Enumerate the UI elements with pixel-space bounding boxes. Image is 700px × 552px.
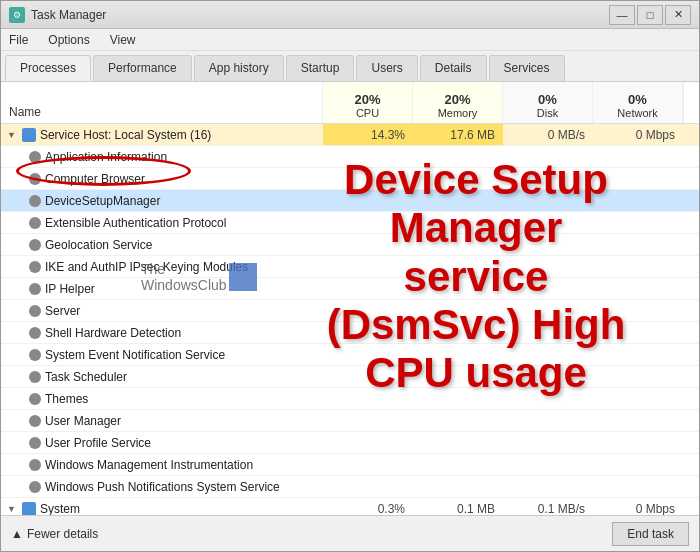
table-row[interactable]: Application Information (1, 146, 699, 168)
cell-spacer (683, 124, 699, 145)
header-name[interactable]: Name (1, 82, 323, 123)
tab-users[interactable]: Users (356, 55, 417, 81)
service-icon (22, 128, 36, 142)
table-row[interactable]: Windows Management Instrumentation (1, 454, 699, 476)
row-name-text: Application Information (45, 150, 167, 164)
row-name-text: Shell Hardware Detection (45, 326, 181, 340)
gear-icon (29, 415, 41, 427)
table-row[interactable]: Themes (1, 388, 699, 410)
cell-memory (413, 454, 503, 475)
table-row[interactable]: User Manager (1, 410, 699, 432)
minimize-button[interactable]: — (609, 5, 635, 25)
cell-disk (503, 476, 593, 497)
cell-disk (503, 190, 593, 211)
cell-spacer (683, 388, 699, 409)
table-row[interactable]: Geolocation Service (1, 234, 699, 256)
close-button[interactable]: ✕ (665, 5, 691, 25)
cell-spacer (683, 278, 699, 299)
row-name-text: System Event Notification Service (45, 348, 225, 362)
table-row[interactable]: Extensible Authentication Protocol (1, 212, 699, 234)
tab-processes[interactable]: Processes (5, 55, 91, 81)
tab-performance[interactable]: Performance (93, 55, 192, 81)
cell-spacer (683, 454, 699, 475)
table-row[interactable]: Computer Browser (1, 168, 699, 190)
cell-memory (413, 278, 503, 299)
header-memory[interactable]: 20% Memory (413, 82, 503, 123)
cell-cpu (323, 146, 413, 167)
cell-memory: 0.1 MB (413, 498, 503, 515)
maximize-button[interactable]: □ (637, 5, 663, 25)
cell-network (593, 410, 683, 431)
tab-startup[interactable]: Startup (286, 55, 355, 81)
table-row[interactable]: IP Helper (1, 278, 699, 300)
cell-memory (413, 300, 503, 321)
cell-disk (503, 454, 593, 475)
cell-disk (503, 432, 593, 453)
gear-icon (29, 217, 41, 229)
cell-spacer (683, 432, 699, 453)
row-name-text: Extensible Authentication Protocol (45, 216, 226, 230)
cell-disk (503, 366, 593, 387)
table-header: Name 20% CPU 20% Memory 0% Disk 0% Netwo… (1, 82, 699, 124)
tab-bar: Processes Performance App history Startu… (1, 51, 699, 82)
row-name-text: IKE and AuthIP IPsec Keying Modules (45, 260, 248, 274)
gear-icon (29, 459, 41, 471)
table-row[interactable]: ▼System0.3%0.1 MB0.1 MB/s0 Mbps (1, 498, 699, 515)
cell-disk (503, 410, 593, 431)
bottom-bar: ▲ Fewer details End task (1, 515, 699, 551)
menu-view[interactable]: View (106, 31, 140, 49)
table-row[interactable]: User Profile Service (1, 432, 699, 454)
cell-spacer (683, 410, 699, 431)
cell-name: DeviceSetupManager (1, 190, 323, 211)
cell-spacer (683, 476, 699, 497)
table-row[interactable]: Shell Hardware Detection (1, 322, 699, 344)
cell-spacer (683, 322, 699, 343)
cell-disk (503, 212, 593, 233)
gear-icon (29, 195, 41, 207)
table-body: ▼Service Host: Local System (16)14.3%17.… (1, 124, 699, 515)
end-task-button[interactable]: End task (612, 522, 689, 546)
table-row[interactable]: Server (1, 300, 699, 322)
table-row[interactable]: IKE and AuthIP IPsec Keying Modules (1, 256, 699, 278)
row-name-text: System (40, 502, 80, 516)
menu-bar: File Options View (1, 29, 699, 51)
cell-cpu: 14.3% (323, 124, 413, 145)
menu-options[interactable]: Options (44, 31, 93, 49)
table-row[interactable]: ▼Service Host: Local System (16)14.3%17.… (1, 124, 699, 146)
cell-memory (413, 146, 503, 167)
cell-spacer (683, 190, 699, 211)
table-row[interactable]: Windows Push Notifications System Servic… (1, 476, 699, 498)
cell-name: Windows Management Instrumentation (1, 454, 323, 475)
cell-spacer (683, 168, 699, 189)
tab-services[interactable]: Services (489, 55, 565, 81)
cell-network (593, 212, 683, 233)
cell-disk: 0 MB/s (503, 124, 593, 145)
gear-icon (29, 349, 41, 361)
cell-cpu (323, 322, 413, 343)
table-row[interactable]: DeviceSetupManager (1, 190, 699, 212)
cell-name: Computer Browser (1, 168, 323, 189)
cell-network: 0 Mbps (593, 498, 683, 515)
cell-network (593, 168, 683, 189)
table-row[interactable]: System Event Notification Service (1, 344, 699, 366)
cell-name: ▼Service Host: Local System (16) (1, 124, 323, 145)
row-name-text: Task Scheduler (45, 370, 127, 384)
cell-cpu (323, 432, 413, 453)
cell-network (593, 278, 683, 299)
tab-details[interactable]: Details (420, 55, 487, 81)
cell-name: System Event Notification Service (1, 344, 323, 365)
header-disk[interactable]: 0% Disk (503, 82, 593, 123)
header-cpu[interactable]: 20% CPU (323, 82, 413, 123)
tab-app-history[interactable]: App history (194, 55, 284, 81)
expand-icon: ▼ (7, 130, 16, 140)
cell-name: Themes (1, 388, 323, 409)
cell-name: Extensible Authentication Protocol (1, 212, 323, 233)
table-row[interactable]: Task Scheduler (1, 366, 699, 388)
cell-name: Windows Push Notifications System Servic… (1, 476, 323, 497)
row-name-text: User Manager (45, 414, 121, 428)
header-network[interactable]: 0% Network (593, 82, 683, 123)
fewer-details-button[interactable]: ▲ Fewer details (11, 527, 98, 541)
cell-network (593, 454, 683, 475)
menu-file[interactable]: File (5, 31, 32, 49)
cell-disk (503, 234, 593, 255)
